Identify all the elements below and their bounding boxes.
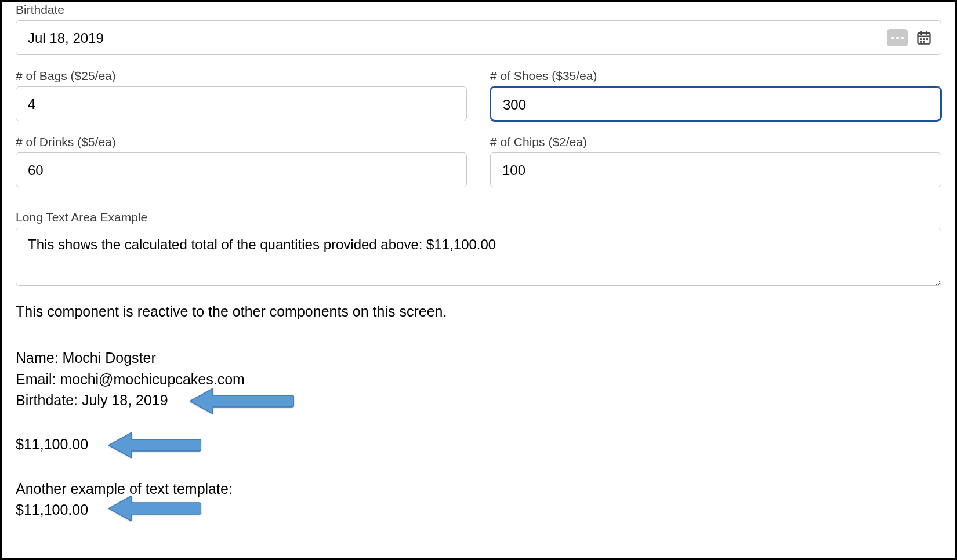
drinks-label: # of Drinks ($5/ea)	[16, 135, 467, 149]
text-caret-icon	[527, 97, 527, 112]
arrow-icon	[108, 496, 201, 521]
shoes-input[interactable]: 300	[490, 86, 941, 121]
another-template-value: $11,100.00	[16, 499, 941, 520]
bags-input[interactable]: 4	[16, 86, 467, 121]
another-template-block: Another example of text template: $11,10…	[16, 478, 941, 521]
longtext-textarea[interactable]	[16, 228, 941, 286]
arrow-icon	[108, 432, 201, 458]
form-frame: Birthdate Jul 18, 2019	[0, 0, 957, 560]
another-template-label: Another example of text template:	[16, 478, 941, 499]
total-line: $11,100.00	[16, 436, 941, 453]
svg-rect-4	[920, 38, 922, 40]
reactive-note: This component is reactive to the other …	[16, 301, 941, 322]
info-name-line: Name: Mochi Dogster	[16, 347, 941, 368]
drinks-input[interactable]: 60	[16, 152, 467, 187]
row-drinks-chips: # of Drinks ($5/ea) 60 # of Chips ($2/ea…	[16, 121, 941, 187]
info-block: Name: Mochi Dogster Email: mochi@mochicu…	[16, 347, 941, 410]
info-email-line: Email: mochi@mochicupcakes.com	[16, 369, 941, 390]
svg-rect-7	[920, 41, 922, 43]
arrow-icon	[190, 388, 294, 414]
chips-label: # of Chips ($2/ea)	[490, 135, 941, 149]
svg-rect-6	[926, 38, 929, 40]
chips-input[interactable]: 100	[490, 152, 941, 187]
row-bags-shoes: # of Bags ($25/ea) 4 # of Shoes ($35/ea)…	[16, 55, 941, 121]
bags-label: # of Bags ($25/ea)	[16, 69, 467, 83]
longtext-label: Long Text Area Example	[16, 210, 941, 224]
svg-rect-5	[923, 38, 925, 40]
birthdate-input[interactable]: Jul 18, 2019	[16, 20, 941, 55]
calendar-icon[interactable]	[916, 30, 932, 46]
svg-rect-8	[923, 41, 925, 43]
birthdate-field-wrap: Jul 18, 2019	[16, 20, 941, 55]
shoes-label: # of Shoes ($35/ea)	[490, 69, 941, 83]
more-icon[interactable]	[887, 29, 908, 46]
info-birthdate-line: Birthdate: July 18, 2019	[16, 390, 941, 410]
birthdate-label: Birthdate	[16, 3, 941, 17]
shoes-input-value: 300	[503, 97, 526, 112]
date-input-icons	[887, 29, 932, 46]
